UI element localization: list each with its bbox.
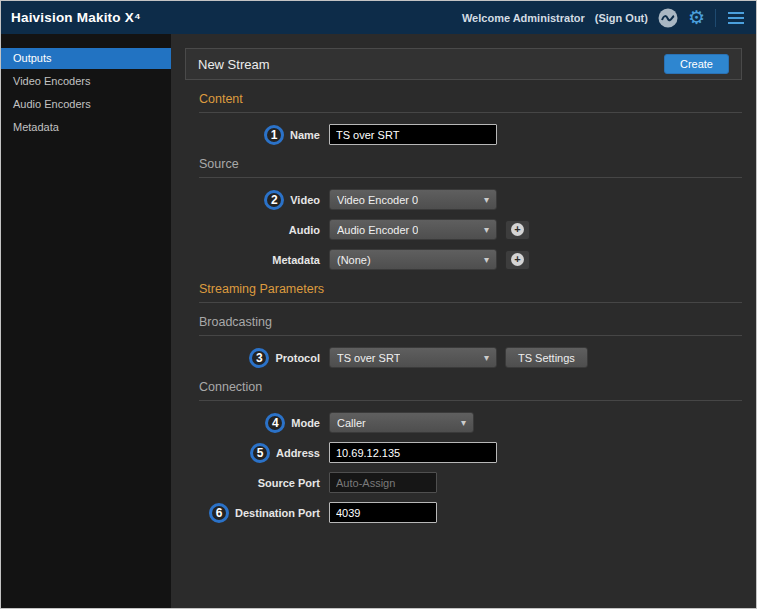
metadata-select[interactable]: (None) ▾ [329, 249, 497, 270]
source-port-input [329, 472, 437, 493]
destination-port-field [329, 502, 437, 523]
sidebar: Outputs Video Encoders Audio Encoders Me… [1, 34, 171, 608]
protocol-field: TS over SRT ▾ TS Settings [329, 347, 588, 368]
mode-label: Mode [291, 417, 320, 429]
destination-port-input[interactable] [329, 502, 437, 523]
callout-4: 4 [265, 413, 285, 433]
chevron-down-icon: ▾ [484, 254, 489, 265]
name-input[interactable] [329, 124, 497, 145]
mode-select[interactable]: Caller ▾ [329, 412, 474, 433]
mode-row: 4 Mode Caller ▾ [185, 412, 742, 433]
audio-label: Audio [289, 224, 320, 236]
metadata-select-value: (None) [337, 254, 371, 266]
ts-settings-button[interactable]: TS Settings [505, 347, 588, 368]
chevron-down-icon: ▾ [461, 417, 466, 428]
mode-labelcol: 4 Mode [185, 413, 320, 433]
video-labelcol: 2 Video [185, 190, 320, 210]
source-port-labelcol: Source Port [185, 477, 320, 489]
app-body: Outputs Video Encoders Audio Encoders Me… [1, 34, 756, 608]
section-title-content: Content [199, 92, 742, 113]
audio-row: Audio Audio Encoder 0 ▾ + [185, 219, 742, 240]
video-label: Video [290, 194, 320, 206]
metadata-labelcol: Metadata [185, 254, 320, 266]
sign-out-link[interactable]: (Sign Out) [595, 12, 648, 24]
source-port-label: Source Port [258, 477, 320, 489]
metadata-label: Metadata [272, 254, 320, 266]
protocol-label: Protocol [275, 352, 320, 364]
main-content: New Stream Create Content 1 Name Source … [171, 34, 756, 608]
page-header: New Stream Create [185, 48, 742, 80]
section-title-connection: Connection [199, 380, 742, 401]
chevron-down-icon: ▾ [484, 194, 489, 205]
callout-1: 1 [264, 125, 284, 145]
sidebar-item-audio-encoders[interactable]: Audio Encoders [1, 94, 171, 115]
chevron-down-icon: ▾ [484, 224, 489, 235]
topbar-divider [715, 9, 716, 27]
audio-field: Audio Encoder 0 ▾ + [329, 219, 530, 240]
destination-port-labelcol: 6 Destination Port [185, 503, 320, 523]
callout-6: 6 [209, 503, 229, 523]
plus-icon: + [511, 253, 524, 266]
address-row: 5 Address [185, 442, 742, 463]
video-select[interactable]: Video Encoder 0 ▾ [329, 189, 497, 210]
protocol-row: 3 Protocol TS over SRT ▾ TS Settings [185, 347, 742, 368]
source-port-field [329, 472, 437, 493]
destination-port-label: Destination Port [235, 507, 320, 519]
address-label: Address [276, 447, 320, 459]
brand-logo: Haivision Makito X⁴ [11, 10, 141, 25]
gear-icon[interactable]: ⚙ [688, 8, 705, 27]
metadata-row: Metadata (None) ▾ + [185, 249, 742, 270]
plus-icon: + [511, 223, 524, 236]
protocol-labelcol: 3 Protocol [185, 348, 320, 368]
callout-2: 2 [264, 190, 284, 210]
name-field [329, 124, 497, 145]
audio-labelcol: Audio [185, 224, 320, 236]
address-field [329, 442, 497, 463]
haivision-logo-icon[interactable] [658, 8, 678, 28]
mode-field: Caller ▾ [329, 412, 474, 433]
section-title-streaming-parameters: Streaming Parameters [199, 282, 742, 303]
mode-select-value: Caller [337, 417, 366, 429]
audio-select-value: Audio Encoder 0 [337, 224, 418, 236]
protocol-select[interactable]: TS over SRT ▾ [329, 347, 497, 368]
video-select-value: Video Encoder 0 [337, 194, 418, 206]
protocol-select-value: TS over SRT [337, 352, 400, 364]
add-metadata-button[interactable]: + [505, 250, 530, 270]
topbar: Haivision Makito X⁴ Welcome Administrato… [1, 1, 756, 34]
name-label: Name [290, 129, 320, 141]
video-field: Video Encoder 0 ▾ [329, 189, 497, 210]
sidebar-item-outputs[interactable]: Outputs [1, 48, 171, 69]
section-title-broadcasting: Broadcasting [199, 315, 742, 336]
sidebar-item-metadata[interactable]: Metadata [1, 117, 171, 138]
create-button[interactable]: Create [664, 54, 729, 74]
app-window: Haivision Makito X⁴ Welcome Administrato… [0, 0, 757, 609]
chevron-down-icon: ▾ [484, 352, 489, 363]
metadata-field: (None) ▾ + [329, 249, 530, 270]
address-labelcol: 5 Address [185, 443, 320, 463]
sidebar-item-video-encoders[interactable]: Video Encoders [1, 71, 171, 92]
video-row: 2 Video Video Encoder 0 ▾ [185, 189, 742, 210]
section-title-source: Source [199, 157, 742, 178]
name-labelcol: 1 Name [185, 125, 320, 145]
page-title: New Stream [198, 57, 270, 72]
callout-5: 5 [250, 443, 270, 463]
destination-port-row: 6 Destination Port [185, 502, 742, 523]
add-audio-button[interactable]: + [505, 220, 530, 240]
audio-select[interactable]: Audio Encoder 0 ▾ [329, 219, 497, 240]
hamburger-menu-icon[interactable] [726, 10, 746, 26]
welcome-text: Welcome Administrator [462, 12, 585, 24]
topbar-right: Welcome Administrator (Sign Out) ⚙ [462, 8, 746, 28]
source-port-row: Source Port [185, 472, 742, 493]
address-input[interactable] [329, 442, 497, 463]
name-row: 1 Name [185, 124, 742, 145]
callout-3: 3 [249, 348, 269, 368]
